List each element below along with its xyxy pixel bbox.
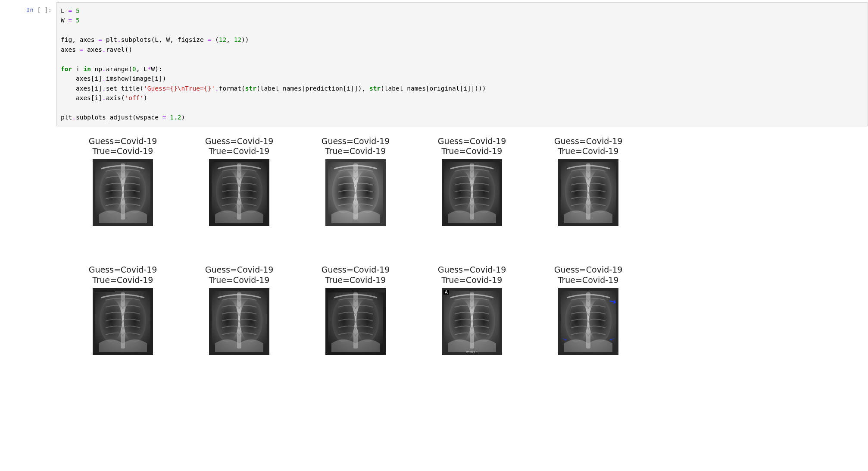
subplot: Guess=Covid-19True=Covid-19 xyxy=(312,265,399,355)
xray-image xyxy=(93,159,153,226)
prompt-bracket-close: ]: xyxy=(44,6,52,13)
prompt-bracket-open: [ xyxy=(37,6,41,13)
subplot: Guess=Covid-19True=Covid-19 xyxy=(196,136,282,226)
header-strip xyxy=(326,289,385,292)
subplot: Guess=Covid-19True=Covid-19 xyxy=(80,136,166,226)
xray-image: A2020.1.1 xyxy=(442,288,502,355)
code-cell: In [ ]: L = 5 W = 5 fig, axes = plt.subp… xyxy=(0,0,868,129)
input-prompt: In [ ]: xyxy=(0,2,56,126)
subplot-title: Guess=Covid-19True=Covid-19 xyxy=(554,136,623,157)
xray-image xyxy=(209,288,269,355)
date-label: 2020.1.1 xyxy=(466,351,478,354)
plot-grid: Guess=Covid-19True=Covid-19 Guess=Covid-… xyxy=(80,136,631,355)
subplot-title: Guess=Covid-19True=Covid-19 xyxy=(89,136,157,157)
subplot-title: Guess=Covid-19True=Covid-19 xyxy=(322,136,390,157)
info-strip xyxy=(94,289,115,292)
code-content: L = 5 W = 5 fig, axes = plt.subplots(L, … xyxy=(61,6,863,122)
subplot: Guess=Covid-19True=Covid-19 xyxy=(196,265,282,355)
subplot: Guess=Covid-19True=Covid-19 xyxy=(312,136,399,226)
subplot-title: Guess=Covid-19True=Covid-19 xyxy=(438,136,506,157)
subplot: Guess=Covid-19True=Covid-19 A2020.1.1 xyxy=(429,265,515,355)
subplot-title: Guess=Covid-19True=Covid-19 xyxy=(205,136,274,157)
xray-image xyxy=(325,159,386,226)
output-area: Guess=Covid-19True=Covid-19 Guess=Covid-… xyxy=(56,129,868,355)
subplot-title: Guess=Covid-19True=Covid-19 xyxy=(89,265,157,286)
prompt-number xyxy=(41,6,44,13)
subplot-title: Guess=Covid-19True=Covid-19 xyxy=(205,265,274,286)
corner-label: A xyxy=(443,290,449,295)
subplot: Guess=Covid-19True=Covid-19 xyxy=(80,265,166,355)
xray-image xyxy=(93,288,153,355)
prompt-prefix: In xyxy=(26,6,34,13)
subplot-title: Guess=Covid-19True=Covid-19 xyxy=(322,265,390,286)
xray-image xyxy=(442,159,502,226)
subplot-title: Guess=Covid-19True=Covid-19 xyxy=(438,265,506,286)
xray-image xyxy=(209,159,269,226)
xray-image xyxy=(325,288,386,355)
xray-image: ↘→← xyxy=(558,288,618,355)
subplot-title: Guess=Covid-19True=Covid-19 xyxy=(554,265,623,286)
subplot: Guess=Covid-19True=Covid-19 xyxy=(545,136,631,226)
code-editor[interactable]: L = 5 W = 5 fig, axes = plt.subplots(L, … xyxy=(56,2,868,126)
subplot: Guess=Covid-19True=Covid-19 xyxy=(429,136,515,226)
notebook-container: In [ ]: L = 5 W = 5 fig, axes = plt.subp… xyxy=(0,0,868,355)
subplot: Guess=Covid-19True=Covid-19 ↘→← xyxy=(545,265,631,355)
xray-image xyxy=(558,159,618,226)
